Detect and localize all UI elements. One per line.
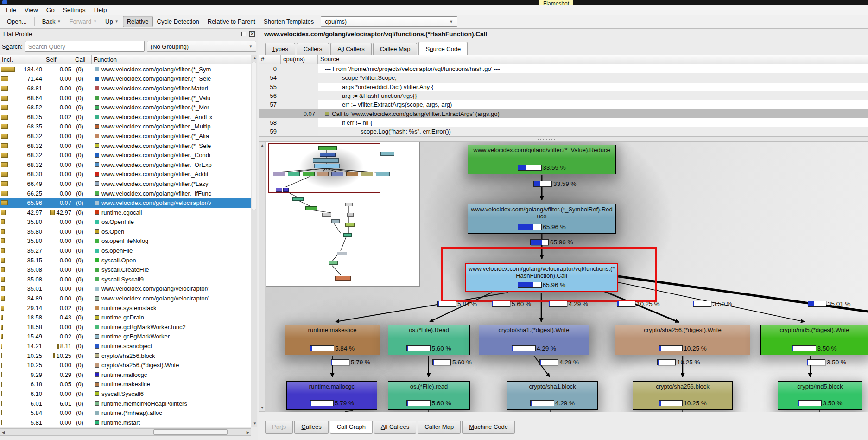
table-row[interactable]: 68.320.00(0)www.velocidex.com/golang/vfi… <box>0 150 251 160</box>
graph-node-hashfunction-call[interactable]: www.velocidex.com/golang/velociraptor/vq… <box>465 263 618 292</box>
scroll-down-icon[interactable]: ▼ <box>253 421 257 427</box>
relative-to-parent-button[interactable]: Relative to Parent <box>203 16 260 27</box>
source-call-row[interactable]: 0.07Call to 'www.velocidex.com/golang/vf… <box>259 109 868 118</box>
up-button[interactable]: Up▼ <box>101 16 123 27</box>
table-row[interactable]: 6.180.05(0)runtime.makeslice <box>0 380 251 389</box>
graph-node-md5-block[interactable]: crypto/md5.block3.50 % <box>778 381 862 410</box>
relative-toggle[interactable]: Relative <box>123 16 153 27</box>
table-row[interactable]: 66.250.00(0)www.velocidex.com/golang/vfi… <box>0 189 251 198</box>
table-row[interactable]: 68.520.00(0)www.velocidex.com/golang/vfi… <box>0 102 251 112</box>
column-header-line[interactable]: # <box>259 55 281 64</box>
table-row[interactable]: 18.580.43(0)runtime.gcDrain <box>0 312 251 322</box>
source-line-row[interactable]: 56arg := &HashFunctionArgs{} <box>259 91 868 100</box>
source-line-row[interactable]: 54scope *vfilter.Scope, <box>259 73 868 82</box>
float-panel-icon[interactable] <box>241 32 246 36</box>
table-row[interactable]: 34.890.00(0)www.velocidex.com/golang/vel… <box>0 293 251 303</box>
flat-profile-horizontal-scrollbar[interactable]: ◀ ▶ <box>0 428 251 436</box>
table-row[interactable]: 65.960.07(0)www.velocidex.com/golang/vel… <box>0 198 251 208</box>
call-graph-viewport[interactable]: www.velocidex.com/golang/vfilter.(*_Valu… <box>265 142 868 412</box>
column-header-incl[interactable]: Incl. <box>0 55 44 64</box>
event-type-dropdown[interactable]: cpu(ms)▼ <box>321 16 457 27</box>
graph-node-file-read-lower[interactable]: os.(*File).read5.60 % <box>388 381 470 410</box>
graph-node-value-reduce[interactable]: www.velocidex.com/golang/vfilter.(*_Valu… <box>468 145 616 174</box>
source-line-row[interactable]: 55args *ordereddict.Dict) vfilter.Any { <box>259 83 868 91</box>
column-header-source[interactable]: Source <box>318 55 868 64</box>
tab-all-callees[interactable]: All Callees <box>374 421 416 434</box>
source-line-row[interactable]: 0--- From '/home/mic/projects/velocirapt… <box>259 64 868 73</box>
column-header-self[interactable]: Self <box>44 55 73 64</box>
scroll-up-icon[interactable]: ▲ <box>260 143 264 148</box>
tab-types[interactable]: Types <box>265 43 295 55</box>
tab-parts[interactable]: Parts <box>265 421 293 434</box>
table-row[interactable]: 35.150.00(0)syscall.Open <box>0 255 251 265</box>
scrollbar-thumb[interactable] <box>252 62 256 210</box>
tab-source-code[interactable]: Source Code <box>418 42 468 55</box>
tab-callers[interactable]: Callers <box>297 43 329 55</box>
table-row[interactable]: 68.300.00(0)www.velocidex.com/golang/vfi… <box>0 170 251 179</box>
search-input[interactable] <box>25 41 145 52</box>
scroll-right-icon[interactable]: ▶ <box>247 430 249 435</box>
table-row[interactable]: 68.810.00(0)www.velocidex.com/golang/vfi… <box>0 83 251 93</box>
table-row[interactable]: 35.800.00(0)os.Open <box>0 227 251 236</box>
flat-profile-vertical-scrollbar[interactable]: ▲ ▼ <box>251 55 257 427</box>
table-row[interactable]: 68.320.00(0)www.velocidex.com/golang/vfi… <box>0 141 251 151</box>
table-row[interactable]: 35.010.00(0)www.velocidex.com/golang/vel… <box>0 284 251 294</box>
back-button[interactable]: Back▼ <box>38 16 65 27</box>
tab-callee-map[interactable]: Callee Map <box>373 43 418 55</box>
graph-node-sha256-block[interactable]: crypto/sha256.block10.25 % <box>633 381 733 410</box>
table-row[interactable]: 68.320.00(0)www.velocidex.com/golang/vfi… <box>0 160 251 170</box>
open-button[interactable]: Open... <box>3 16 31 27</box>
table-row[interactable]: 35.800.00(0)os.OpenFile <box>0 217 251 227</box>
cycle-detection-button[interactable]: Cycle Detection <box>153 16 203 27</box>
tab-call-graph[interactable]: Call Graph <box>330 421 373 434</box>
table-row[interactable]: 42.9742.97(0)runtime.cgocall <box>0 208 251 217</box>
forward-button[interactable]: Forward▼ <box>65 16 101 27</box>
source-line-row[interactable]: 58if err != nil { <box>259 118 868 127</box>
graph-node-file-read-upper[interactable]: os.(*File).Read5.60 % <box>388 325 470 355</box>
table-row[interactable]: 35.080.00(0)syscall.Syscall9 <box>0 274 251 284</box>
column-header-call[interactable]: Call <box>73 55 92 64</box>
graph-node-sha1-write[interactable]: crypto/sha1.(*digest).Write4.29 % <box>479 325 589 355</box>
table-row[interactable]: 66.490.00(0)www.velocidex.com/golang/vfi… <box>0 179 251 189</box>
table-row[interactable]: 6.016.01(0)runtime.memclrNoHeapPointers <box>0 399 251 408</box>
shorten-templates-button[interactable]: Shorten Templates <box>260 16 318 27</box>
column-header-function[interactable]: Function <box>92 55 251 64</box>
graph-node-sha1-block[interactable]: crypto/sha1.block4.29 % <box>507 381 598 410</box>
table-row[interactable]: 71.440.00(0)www.velocidex.com/golang/vfi… <box>0 74 251 84</box>
table-row[interactable]: 6.100.00(0)syscall.Syscall6 <box>0 389 251 399</box>
table-row[interactable]: 68.350.02(0)www.velocidex.com/golang/vfi… <box>0 112 251 122</box>
tab-machine-code[interactable]: Machine Code <box>462 421 515 434</box>
source-line-row[interactable]: 59scope.Log("hash: %s", err.Error()) <box>259 127 868 136</box>
graph-node-symbolref-reduce[interactable]: www.velocidex.com/golang/vfilter.(*_Symb… <box>468 204 616 234</box>
scroll-up-icon[interactable]: ▲ <box>253 56 257 61</box>
chevron-down-icon[interactable]: ▼ <box>93 19 97 24</box>
table-row[interactable]: 134.400.05(0)www.velocidex.com/golang/vf… <box>0 64 251 74</box>
table-row[interactable]: 5.840.00(0)runtime.(*mheap).alloc <box>0 408 251 418</box>
chevron-down-icon[interactable]: ▼ <box>115 19 119 24</box>
menu-go[interactable]: Go <box>42 6 59 14</box>
close-panel-icon[interactable]: ✕ <box>249 31 255 37</box>
table-row[interactable]: 35.270.00(0)os.openFile <box>0 246 251 255</box>
chevron-down-icon[interactable]: ▼ <box>57 19 61 24</box>
graph-node-sha256-write[interactable]: crypto/sha256.(*digest).Write10.25 % <box>615 325 750 355</box>
table-row[interactable]: 68.320.00(0)www.velocidex.com/golang/vfi… <box>0 131 251 141</box>
menu-help[interactable]: Help <box>90 6 111 14</box>
menu-view[interactable]: View <box>20 6 42 14</box>
table-row[interactable]: 68.350.00(0)www.velocidex.com/golang/vfi… <box>0 122 251 132</box>
table-row[interactable]: 35.080.00(0)syscall.CreateFile <box>0 265 251 274</box>
graph-overview-minimap[interactable] <box>266 142 420 287</box>
column-header-cost[interactable]: cpu(ms) <box>281 55 318 64</box>
table-row[interactable]: 5.810.00(0)runtime.mstart <box>0 418 251 427</box>
graph-node-mallocgc[interactable]: runtime.mallocgc5.79 % <box>286 381 377 410</box>
scroll-left-icon[interactable]: ◀ <box>2 430 5 435</box>
source-line-row[interactable]: 57err := vfilter.ExtractArgs(scope, args… <box>259 100 868 109</box>
table-row[interactable]: 10.2510.25(0)crypto/sha256.block <box>0 351 251 361</box>
table-row[interactable]: 14.218.11(0)runtime.scanobject <box>0 341 251 351</box>
menu-file[interactable]: File <box>2 6 20 14</box>
tab-callees[interactable]: Callees <box>294 421 328 434</box>
graph-vertical-scrollbar[interactable]: ▲ ▼ <box>259 142 265 412</box>
scrollbar-thumb[interactable] <box>153 429 228 435</box>
menu-settings[interactable]: Settings <box>59 6 90 14</box>
table-row[interactable]: 29.140.02(0)runtime.systemstack <box>0 303 251 313</box>
table-row[interactable]: 68.640.00(0)www.velocidex.com/golang/vfi… <box>0 93 251 103</box>
